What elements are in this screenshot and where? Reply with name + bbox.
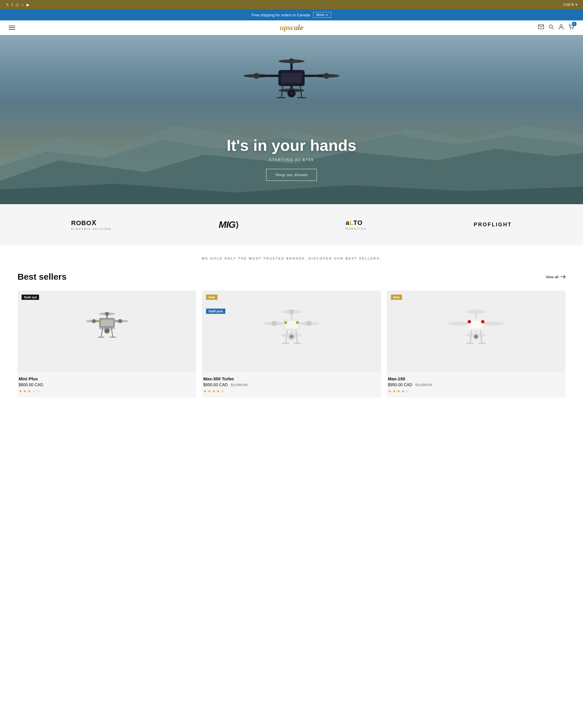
star-2-5: ★ [221,389,224,393]
product-card-2[interactable]: Sale Staff pick [202,290,381,397]
star-2-4: ★ [216,389,220,393]
facebook-icon[interactable]: f [12,3,13,7]
hero-subtitle: STARTING AT $799 [227,158,357,162]
brands-section: ROBOX ELECTRIC AVIATION MIG⟩ aLTO ROBOTI… [0,204,583,245]
brand-proflight[interactable]: PROFLIGHT [474,222,512,228]
hero-section: It's in your hands STARTING AT $799 Shop… [0,35,583,204]
hero-content: It's in your hands STARTING AT $799 Shop… [227,136,357,181]
account-icon[interactable] [558,24,564,31]
more-label: More [316,13,324,17]
price-current-1: $800.00 CAD [19,382,43,387]
svg-line-86 [480,330,482,343]
brand-proflight-name: PROFLIGHT [474,222,512,228]
product-price-1: $800.00 CAD [19,382,195,387]
brand-robox[interactable]: ROBOX ELECTRIC AVIATION [71,219,111,230]
badge-sale-3: Sale [391,294,402,300]
product-name-2: Max-300 Turbo [203,376,380,381]
star-2-1: ★ [203,389,207,393]
header: upscale 0 [0,20,583,35]
svg-point-17 [288,58,295,64]
arrow-right-icon [560,275,565,279]
svg-point-34 [92,319,96,323]
best-sellers-header: Best sellers View all [18,272,565,282]
brand-alto-name: aLTO [346,219,363,226]
product-info-1: Mini Plus $800.00 CAD ★ ★ ★ ★ ★ [18,372,196,397]
top-bar: 𝕏 f ◻ ♪ ▶ CAD $ ▾ [0,0,583,9]
header-right: 0 [538,24,574,31]
product-stars-2: ★ ★ ★ ★ ★ [203,389,380,393]
drone-image-3 [444,306,508,357]
shop-drones-button[interactable]: Shop our drones [266,169,316,181]
svg-point-81 [481,320,484,323]
svg-rect-39 [101,320,113,326]
product-card-3[interactable]: Sale [387,290,565,397]
svg-point-15 [254,73,259,79]
product-name-3: Max-150 [388,376,564,381]
svg-point-36 [105,312,109,316]
svg-rect-20 [281,73,302,83]
vimeo-icon[interactable]: ▶ [27,3,29,7]
more-button[interactable]: More [313,12,331,18]
cart-icon[interactable]: 0 [568,24,574,31]
brand-mig-name: MIG⟩ [219,219,238,230]
menu-line-3 [9,29,15,30]
best-sellers-section: Best sellers View all Sold out [0,266,583,415]
svg-line-25 [300,86,302,98]
svg-point-59 [284,321,287,324]
view-all-link[interactable]: View all [546,275,565,279]
menu-button[interactable] [9,26,15,30]
star-3-5: ★ [406,389,409,393]
svg-point-75 [491,321,496,326]
announcement-bar: Free shipping for orders in Canada More [0,9,583,20]
svg-point-80 [468,320,471,323]
product-info-2: Max-300 Turbo $950.00 CAD $1,090.00 ★ ★ … [202,372,381,397]
svg-point-3 [570,29,571,29]
svg-point-63 [290,335,293,338]
header-left [9,26,15,30]
svg-point-60 [296,321,299,324]
svg-line-65 [296,330,297,343]
search-icon[interactable] [549,24,554,31]
svg-line-64 [286,330,287,343]
svg-line-85 [470,330,472,343]
svg-rect-46 [99,320,102,321]
svg-point-35 [118,319,122,323]
view-all-label: View all [546,275,558,279]
best-sellers-title: Best sellers [18,272,66,282]
svg-rect-79 [470,321,482,329]
twitter-icon[interactable]: 𝕏 [6,3,9,7]
chevron-down-icon [325,14,328,16]
price-current-2: $950.00 CAD [203,382,228,387]
product-card[interactable]: Sold out [18,290,196,397]
product-name-1: Mini Plus [19,376,195,381]
product-image-max150: Sale [387,290,565,372]
cart-count: 0 [572,22,577,26]
email-icon[interactable] [538,25,544,31]
svg-point-16 [324,73,329,79]
star-5: ★ [36,389,40,393]
currency-selector[interactable]: CAD $ ▾ [563,3,577,7]
social-links: 𝕏 f ◻ ♪ ▶ [6,3,29,7]
svg-point-53 [271,321,277,326]
tiktok-icon[interactable]: ♪ [22,3,24,7]
svg-point-55 [289,309,294,314]
star-2: ★ [23,389,27,393]
star-3: ★ [27,389,31,393]
badge-sold-out: Sold out [22,294,39,300]
badge-sale-2: Sale [206,294,218,300]
badge-staff-pick-2: Staff pick [206,309,225,314]
hero-title: It's in your hands [227,136,357,154]
product-stars-3: ★ ★ ★ ★ ★ [388,389,564,393]
star-1: ★ [19,389,23,393]
svg-point-54 [306,321,312,326]
brand-alto[interactable]: aLTO ROBOTICS [346,219,366,230]
price-original-3: $1,000.00 [415,383,432,387]
drone-image-2 [259,306,324,357]
svg-point-23 [290,92,293,95]
announcement-text: Free shipping for orders in Canada [252,13,310,17]
price-original-2: $1,090.00 [230,383,248,387]
drone-hero-image [233,52,350,118]
instagram-icon[interactable]: ◻ [16,3,19,7]
brand-mig[interactable]: MIG⟩ [219,219,238,230]
logo[interactable]: upscale [280,23,303,32]
